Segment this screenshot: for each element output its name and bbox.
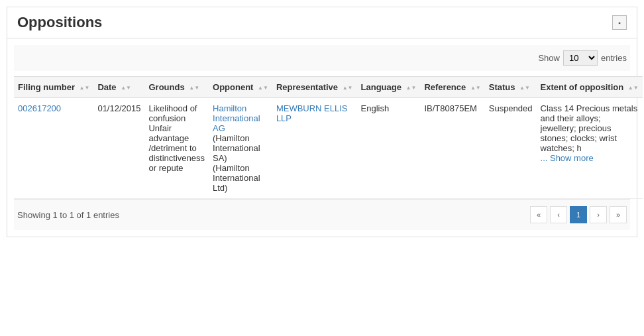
pagination-info: Showing 1 to 1 of 1 entries xyxy=(17,210,119,220)
cell-language: English xyxy=(357,98,421,199)
col-representative[interactable]: Representative ▲▼ xyxy=(272,77,357,98)
cell-opponent: Hamilton International AG (Hamilton Inte… xyxy=(209,98,272,199)
page-title: Oppositions xyxy=(17,14,102,31)
sort-icon-extent: ▲▼ xyxy=(628,85,639,91)
col-grounds[interactable]: Grounds ▲▼ xyxy=(144,77,209,98)
col-opponent[interactable]: Opponent ▲▼ xyxy=(209,77,272,98)
cell-representative: MEWBURN ELLIS LLP xyxy=(272,98,357,199)
representative-link[interactable]: MEWBURN ELLIS LLP xyxy=(276,103,348,123)
cell-filing-number: 002617200 xyxy=(14,98,93,199)
cell-date: 01/12/2015 xyxy=(93,98,144,199)
title-bar: Oppositions ▪ xyxy=(7,7,637,38)
cell-extent: Class 14 Precious metals and their alloy… xyxy=(537,98,643,199)
sort-icon-date: ▲▼ xyxy=(121,85,131,91)
entries-suffix: entries xyxy=(601,53,627,63)
table-row: 002617200 01/12/2015 Likelihood of confu… xyxy=(14,98,643,199)
page-wrapper: Oppositions ▪ Show 10 25 50 100 entries … xyxy=(0,0,644,244)
col-date[interactable]: Date ▲▼ xyxy=(93,77,144,98)
opponent-alt-2: (Hamilton International Ltd) xyxy=(213,163,260,193)
next-page-button[interactable]: › xyxy=(590,206,607,223)
show-entries-label: Show xyxy=(538,53,560,63)
sort-icon-filing: ▲▼ xyxy=(80,85,90,91)
opponent-alt-1: (Hamilton International SA) xyxy=(213,133,260,163)
sort-icon-status: ▲▼ xyxy=(519,85,530,91)
sort-icon-reference: ▲▼ xyxy=(470,85,481,91)
oppositions-table: Filing number ▲▼ Date ▲▼ Grounds ▲▼ Oppo… xyxy=(14,76,643,199)
opponent-link-1[interactable]: Hamilton International AG xyxy=(213,103,260,133)
col-language[interactable]: Language ▲▼ xyxy=(357,77,421,98)
current-page-button[interactable]: 1 xyxy=(570,206,587,223)
collapse-button[interactable]: ▪ xyxy=(612,15,627,30)
col-extent[interactable]: Extent of opposition ▲▼ xyxy=(537,77,643,98)
pagination-bar: Showing 1 to 1 of 1 entries « ‹ 1 › » xyxy=(14,199,630,230)
last-page-button[interactable]: » xyxy=(610,206,627,223)
col-reference[interactable]: Reference ▲▼ xyxy=(420,77,484,98)
sort-icon-representative: ▲▼ xyxy=(343,85,353,91)
main-container: Show 10 25 50 100 entries Filing number … xyxy=(7,38,637,237)
show-more-link[interactable]: ... Show more xyxy=(541,153,594,163)
col-status[interactable]: Status ▲▼ xyxy=(485,77,537,98)
sort-icon-language: ▲▼ xyxy=(406,85,417,91)
sort-icon-grounds: ▲▼ xyxy=(189,85,199,91)
cell-reference: IB/T80875EM xyxy=(420,98,484,199)
show-entries-bar: Show 10 25 50 100 entries xyxy=(14,45,630,71)
cell-grounds: Likelihood of confusion Unfair advantage… xyxy=(144,98,209,199)
col-filing-number[interactable]: Filing number ▲▼ xyxy=(14,77,93,98)
prev-page-button[interactable]: ‹ xyxy=(550,206,567,223)
table-header-row: Filing number ▲▼ Date ▲▼ Grounds ▲▼ Oppo… xyxy=(14,77,643,98)
sort-icon-opponent: ▲▼ xyxy=(258,85,268,91)
cell-status: Suspended xyxy=(485,98,537,199)
extent-text: Class 14 Precious metals and their alloy… xyxy=(541,103,638,153)
entries-select[interactable]: 10 25 50 100 xyxy=(563,50,598,66)
filing-number-link[interactable]: 002617200 xyxy=(18,103,61,113)
first-page-button[interactable]: « xyxy=(530,206,547,223)
pagination-controls: « ‹ 1 › » xyxy=(530,206,627,223)
